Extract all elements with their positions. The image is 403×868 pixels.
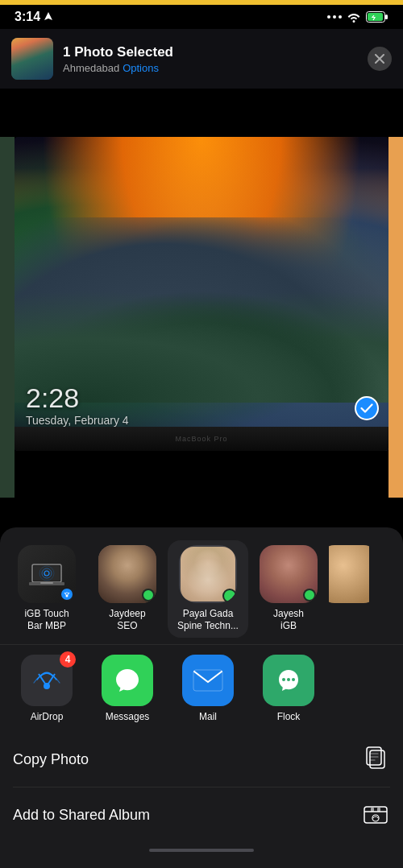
bottom-handle-area [0, 842, 403, 852]
svg-rect-9 [40, 582, 53, 584]
airdrop-label: AirDrop [31, 711, 64, 722]
close-share-button[interactable] [368, 47, 392, 71]
svg-rect-1 [385, 14, 388, 19]
app-item-flock[interactable]: Flock [248, 655, 329, 722]
contact-name: JaydeepSEO [109, 608, 145, 633]
svg-rect-21 [377, 808, 380, 812]
airdrop-badge-count: 4 [60, 651, 76, 668]
contact-avatar-laptop [18, 545, 76, 603]
airdrop-mini-icon [63, 590, 71, 598]
contact-item-selected[interactable]: Payal GadaSpine Techn... [168, 540, 248, 638]
apps-row: 4 AirDrop Messages [6, 655, 397, 722]
macbook-bottom-bar: MacBook Pro [15, 427, 388, 451]
add-to-shared-album-row[interactable]: Add to Shared Album [13, 787, 390, 842]
photo-date: Tuesday, February 4 [26, 414, 129, 427]
battery-icon [366, 11, 388, 23]
contact-avatar-jaydeep [98, 545, 156, 603]
contact-item-partial[interactable] [329, 540, 369, 638]
status-bar: 3:14 [0, 0, 403, 29]
partial-avatar-bg [329, 545, 369, 603]
share-subtitle: Ahmedabad Options [63, 62, 358, 74]
contact-name: iGB TouchBar MBP [24, 608, 69, 633]
online-indicator [222, 589, 237, 603]
app-item-airdrop[interactable]: 4 AirDrop [6, 655, 87, 722]
online-indicator [142, 589, 155, 601]
online-indicator [303, 589, 316, 601]
macbook-label: MacBook Pro [175, 435, 227, 443]
contact-avatar-partial [329, 545, 369, 603]
share-bottom-sheet: iGB TouchBar MBP JaydeepSEO [0, 527, 403, 868]
copy-icon [364, 746, 387, 772]
time-label: 3:14 [15, 10, 40, 24]
contact-item[interactable]: JayeshiGB [248, 540, 329, 638]
flock-app-icon [263, 655, 314, 706]
mail-icon [193, 669, 223, 692]
svg-point-15 [292, 678, 295, 681]
mail-label: Mail [199, 711, 217, 722]
photo-date-overlay: 2:28 Tuesday, February 4 [26, 382, 129, 427]
app-item-mail[interactable]: Mail [168, 655, 248, 722]
copy-photo-row[interactable]: Copy Photo [13, 732, 390, 787]
right-partial-photo [388, 137, 403, 498]
shared-album-icon-svg [363, 802, 388, 828]
svg-rect-20 [371, 808, 374, 812]
share-header: 1 Photo Selected Ahmedabad Options [0, 29, 403, 89]
contacts-section: iGB TouchBar MBP JaydeepSEO [0, 527, 403, 644]
laptop-icon [29, 561, 64, 587]
contact-name: JayeshiGB [273, 608, 304, 633]
messages-icon [113, 666, 142, 695]
location-arrow-icon [44, 12, 52, 22]
share-info: 1 Photo Selected Ahmedabad Options [63, 44, 358, 74]
messages-app-icon [102, 655, 153, 706]
left-partial-photo [0, 137, 15, 498]
share-options-button[interactable]: Options [123, 62, 159, 74]
contact-item[interactable]: iGB TouchBar MBP [6, 540, 87, 638]
apps-section: 4 AirDrop Messages [0, 644, 403, 732]
copy-photo-icon [361, 745, 390, 774]
bottom-handle [149, 849, 254, 852]
check-icon [360, 403, 373, 413]
app-item-messages[interactable]: Messages [87, 655, 168, 722]
svg-rect-17 [367, 747, 381, 765]
airdrop-icon [31, 664, 63, 696]
main-photo: 2:28 Tuesday, February 4 MacBook Pro [15, 137, 388, 451]
contact-avatar-payal [179, 545, 237, 603]
selected-checkmark [355, 396, 379, 420]
status-time: 3:14 [15, 10, 52, 24]
wifi-icon [347, 11, 361, 23]
contact-item[interactable]: JaydeepSEO [87, 540, 168, 638]
action-section: Copy Photo Add to Shared Album [0, 732, 403, 842]
share-location: Ahmedabad [63, 62, 119, 74]
status-icons [327, 11, 388, 23]
svg-point-13 [282, 678, 285, 681]
share-title: 1 Photo Selected [63, 44, 358, 60]
close-icon [375, 54, 384, 64]
shared-album-icon [361, 800, 390, 829]
contacts-row: iGB TouchBar MBP JaydeepSEO [0, 540, 403, 638]
photo-time: 2:28 [26, 382, 129, 414]
airdrop-app-icon: 4 [21, 655, 73, 706]
mail-app-icon [182, 655, 234, 706]
svg-rect-12 [193, 670, 222, 691]
signal-icon [327, 15, 342, 19]
add-shared-album-label: Add to Shared Album [13, 807, 150, 824]
copy-photo-label: Copy Photo [13, 751, 89, 768]
messages-label: Messages [106, 711, 150, 722]
share-thumbnail [11, 38, 53, 80]
flock-icon [274, 666, 303, 695]
contact-name: Payal GadaSpine Techn... [177, 608, 239, 633]
flock-label: Flock [277, 711, 301, 722]
svg-point-14 [287, 678, 290, 681]
airdrop-badge [60, 587, 74, 601]
contact-avatar-jayesh [260, 545, 318, 603]
